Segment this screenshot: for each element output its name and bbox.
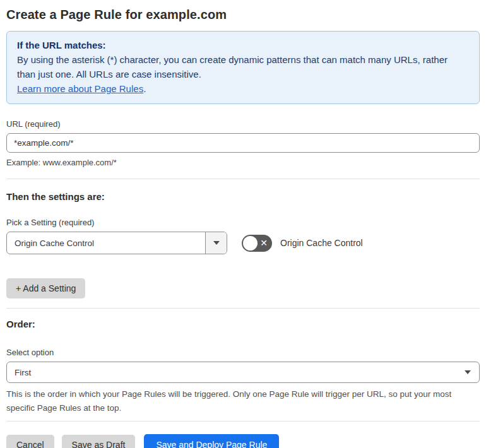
order-select-label: Select option bbox=[6, 348, 480, 357]
create-page-rule-form: Create a Page Rule for example.com If th… bbox=[0, 0, 486, 448]
divider bbox=[6, 421, 480, 421]
url-match-info-box: If the URL matches: By using the asteris… bbox=[6, 31, 480, 104]
order-select-arrow bbox=[456, 370, 479, 374]
divider bbox=[6, 179, 480, 179]
origin-cache-control-toggle[interactable]: ✕ bbox=[242, 235, 272, 252]
info-box-body: By using the asterisk (*) character, you… bbox=[17, 52, 459, 81]
setting-row: Origin Cache Control ✕ Origin Cache Cont… bbox=[6, 232, 480, 254]
info-box-heading: If the URL matches: bbox=[17, 38, 469, 52]
cancel-button[interactable]: Cancel bbox=[6, 435, 54, 448]
save-and-deploy-button[interactable]: Save and Deploy Page Rule bbox=[144, 434, 279, 448]
divider bbox=[6, 308, 480, 309]
chevron-down-icon bbox=[213, 241, 220, 245]
settings-section-heading: Then the settings are: bbox=[6, 191, 480, 202]
pick-setting-label: Pick a Setting (required) bbox=[6, 218, 480, 227]
toggle-off-x-icon: ✕ bbox=[260, 239, 268, 247]
footer-actions: Cancel Save as Draft Save and Deploy Pag… bbox=[6, 434, 480, 448]
add-setting-button[interactable]: + Add a Setting bbox=[6, 278, 85, 298]
url-field-label: URL (required) bbox=[6, 119, 480, 129]
setting-select-value: Origin Cache Control bbox=[7, 239, 205, 248]
page-title: Create a Page Rule for example.com bbox=[6, 8, 480, 22]
order-select[interactable]: First bbox=[6, 362, 480, 383]
save-as-draft-button[interactable]: Save as Draft bbox=[62, 435, 136, 448]
order-help-text: This is the order in which your Page Rul… bbox=[6, 387, 477, 415]
toggle-knob bbox=[243, 236, 258, 251]
chevron-down-icon bbox=[465, 370, 471, 374]
url-example-hint: Example: www.example.com/* bbox=[6, 158, 480, 167]
info-link-line: Learn more about Page Rules. bbox=[17, 81, 469, 96]
url-input[interactable] bbox=[6, 133, 480, 153]
setting-select-arrow-segment[interactable] bbox=[205, 232, 227, 254]
link-suffix: . bbox=[143, 83, 146, 94]
order-select-value: First bbox=[7, 368, 456, 377]
toggle-label: Origin Cache Control bbox=[280, 238, 363, 248]
order-section-heading: Order: bbox=[6, 319, 480, 329]
setting-select[interactable]: Origin Cache Control bbox=[6, 232, 227, 254]
learn-more-link[interactable]: Learn more about Page Rules bbox=[17, 83, 143, 94]
